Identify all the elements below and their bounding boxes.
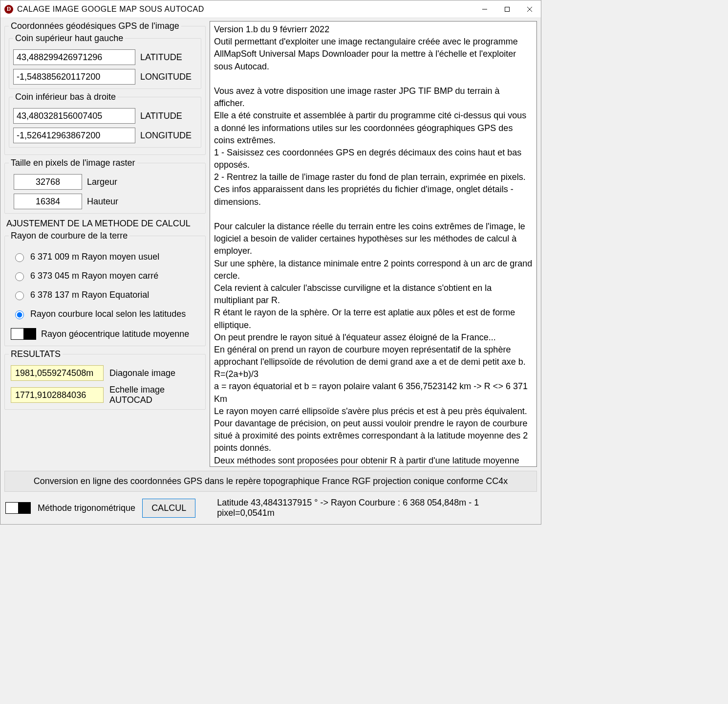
radio-local-curvature-input[interactable] [15, 310, 24, 319]
radius-legend: Rayon de courbure de la terre [9, 231, 129, 241]
minimize-icon [482, 6, 488, 12]
bottom-toolbar: Méthode trigonométrique CALCUL Latitude … [0, 494, 541, 524]
br-longitude-input[interactable] [13, 128, 135, 143]
close-icon [527, 6, 533, 12]
latitude-label-2: LATITUDE [140, 111, 182, 121]
right-panel: Version 1.b du 9 févrierr 2022 Outil per… [210, 21, 537, 467]
radio-mean-usual[interactable]: 6 371 009 m Rayon moyen usuel [13, 252, 201, 262]
conversion-button[interactable]: Conversion en ligne des coordonnées GPS … [4, 471, 537, 492]
radio-label-3: Rayon courbure local selon les latitudes [30, 309, 186, 319]
radio-mean-square[interactable]: 6 373 045 m Rayon moyen carré [13, 271, 201, 281]
client-area: Coordonnées géodésiques GPS de l'image C… [0, 18, 541, 469]
radio-equatorial-input[interactable] [15, 291, 24, 300]
pixel-size-group: Taille en pixels de l'image raster Large… [4, 158, 206, 214]
method-toggle[interactable] [5, 502, 31, 514]
latitude-label: LATITUDE [140, 52, 182, 63]
close-button[interactable] [518, 0, 541, 18]
radio-label-2: 6 378 137 m Rayon Equatorial [30, 290, 149, 300]
top-left-legend: Coin supérieur haut gauche [13, 33, 125, 44]
height-input[interactable] [14, 194, 82, 209]
height-label: Hauteur [87, 197, 118, 207]
results-group: RESULTATS 1981,0559274508m Diagonale ima… [4, 349, 206, 410]
svg-rect-1 [505, 7, 510, 11]
geocentric-toggle-label: Rayon géocentrique latitude moyenne [41, 329, 189, 339]
width-label: Largeur [87, 177, 117, 187]
app-window: D CALAGE IMAGE GOOGLE MAP SOUS AUTOCAD C… [0, 0, 541, 525]
radio-local-curvature[interactable]: Rayon courbure local selon les latitudes [13, 309, 201, 319]
adjust-title: AJUSTEMENT DE LA METHODE DE CALCUL [6, 219, 206, 229]
gps-group-title: Coordonnées géodésiques GPS de l'image [9, 21, 181, 31]
radio-label-1: 6 373 045 m Rayon moyen carré [30, 271, 158, 281]
results-legend: RESULTATS [9, 349, 63, 359]
width-input[interactable] [14, 174, 82, 190]
radio-label-0: 6 371 009 m Rayon moyen usuel [30, 252, 159, 262]
longitude-label: LONGITUDE [140, 72, 192, 82]
bottom-right-legend: Coin inférieur bas à droite [13, 92, 118, 102]
longitude-label-2: LONGITUDE [140, 131, 192, 141]
method-toggle-label: Méthode trigonométrique [38, 503, 135, 513]
radius-group: Rayon de courbure de la terre 6 371 009 … [4, 231, 206, 346]
geocentric-toggle[interactable] [11, 328, 36, 340]
diagonal-value: 1981,0559274508m [11, 365, 104, 381]
minimize-button[interactable] [473, 0, 496, 18]
maximize-button[interactable] [496, 0, 518, 18]
left-panel: Coordonnées géodésiques GPS de l'image C… [4, 21, 206, 467]
status-text: Latitude 43,4843137915 ° -> Rayon Courbu… [217, 498, 536, 518]
calcul-button[interactable]: CALCUL [142, 499, 195, 518]
bottom-right-corner-group: Coin inférieur bas à droite LATITUDE LON… [9, 92, 201, 148]
radio-mean-square-input[interactable] [15, 272, 24, 281]
tl-latitude-input[interactable] [13, 49, 135, 65]
window-title: CALAGE IMAGE GOOGLE MAP SOUS AUTOCAD [17, 5, 473, 14]
gps-group: Coordonnées géodésiques GPS de l'image C… [4, 21, 206, 155]
br-latitude-input[interactable] [13, 108, 135, 124]
info-textbox[interactable]: Version 1.b du 9 févrierr 2022 Outil per… [210, 21, 537, 467]
radio-mean-usual-input[interactable] [15, 253, 24, 262]
tl-longitude-input[interactable] [13, 69, 135, 85]
radio-equatorial[interactable]: 6 378 137 m Rayon Equatorial [13, 290, 201, 300]
diagonal-label: Diagonale image [109, 368, 175, 378]
scale-value: 1771,9102884036 [11, 387, 104, 403]
titlebar: D CALAGE IMAGE GOOGLE MAP SOUS AUTOCAD [0, 0, 541, 18]
maximize-icon [504, 6, 510, 12]
app-icon: D [4, 5, 13, 14]
top-left-corner-group: Coin supérieur haut gauche LATITUDE LONG… [9, 33, 201, 89]
scale-label: Echelle image AUTOCAD [109, 385, 201, 405]
pixel-size-legend: Taille en pixels de l'image raster [9, 158, 137, 168]
